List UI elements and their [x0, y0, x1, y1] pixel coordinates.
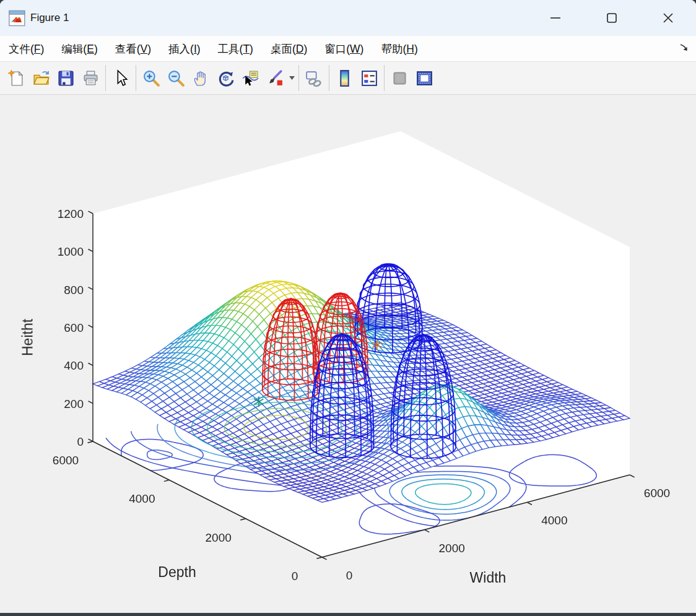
menu-insert[interactable]: 插入(I) [160, 37, 209, 61]
brush-dropdown-button[interactable] [287, 65, 296, 91]
link-plot-button[interactable] [302, 65, 326, 91]
window-title: Figure 1 [30, 12, 69, 24]
menu-desktop[interactable]: 桌面(D) [262, 37, 316, 61]
print-figure-button[interactable] [78, 65, 103, 91]
window-controls [513, 0, 696, 36]
toolbar-separator [329, 65, 329, 91]
maximize-button[interactable] [598, 5, 626, 31]
data-cursor-button[interactable] [238, 65, 263, 91]
insert-colorbar-button[interactable] [332, 65, 357, 91]
toolbar-separator [136, 65, 136, 91]
menu-edit[interactable]: 编辑(E) [53, 37, 106, 61]
pan-button[interactable] [188, 65, 213, 91]
dock-figure-button[interactable] [412, 65, 437, 91]
z-axis-label: Heitht [20, 319, 37, 356]
dock-arrow-icon[interactable] [679, 42, 691, 54]
edit-plot-button[interactable] [108, 65, 133, 91]
figure-window: Heitht Depth Width Figure 1 [0, 0, 696, 613]
x-axis-label: Width [470, 570, 507, 586]
brush-data-button[interactable] [263, 65, 287, 91]
chevron-down-icon [289, 76, 295, 80]
menu-tools[interactable]: 工具(T) [209, 37, 262, 61]
menu-file[interactable]: 文件(F) [0, 37, 53, 61]
close-icon [661, 11, 675, 25]
minimize-icon [549, 11, 562, 25]
save-figure-button[interactable] [53, 65, 78, 91]
toolbar-separator [298, 65, 299, 91]
zoom-in-button[interactable] [139, 65, 163, 91]
toolbar-separator [105, 65, 106, 91]
menu-window[interactable]: 窗口(W) [316, 37, 372, 61]
maximize-icon [605, 11, 619, 25]
rotate-3d-button[interactable] [213, 65, 238, 91]
disabled-tool-button [387, 65, 412, 91]
y-axis-label: Depth [158, 564, 196, 581]
menu-help[interactable]: 帮助(H) [372, 37, 426, 61]
zoom-out-button[interactable] [163, 65, 188, 91]
menu-bar: 文件(F) 编辑(E) 查看(V) 插入(I) 工具(T) 桌面(D) 窗口(W… [0, 36, 696, 62]
close-button[interactable] [654, 5, 682, 31]
insert-legend-button[interactable] [357, 65, 381, 91]
new-figure-button[interactable] [4, 65, 28, 91]
toolbar-separator [384, 65, 385, 91]
open-file-button[interactable] [28, 65, 53, 91]
menu-view[interactable]: 查看(V) [107, 37, 160, 61]
figure-toolbar [0, 62, 696, 95]
title-bar[interactable]: Figure 1 [0, 0, 696, 36]
minimize-button[interactable] [541, 5, 570, 31]
matlab-figure-icon [9, 10, 25, 27]
